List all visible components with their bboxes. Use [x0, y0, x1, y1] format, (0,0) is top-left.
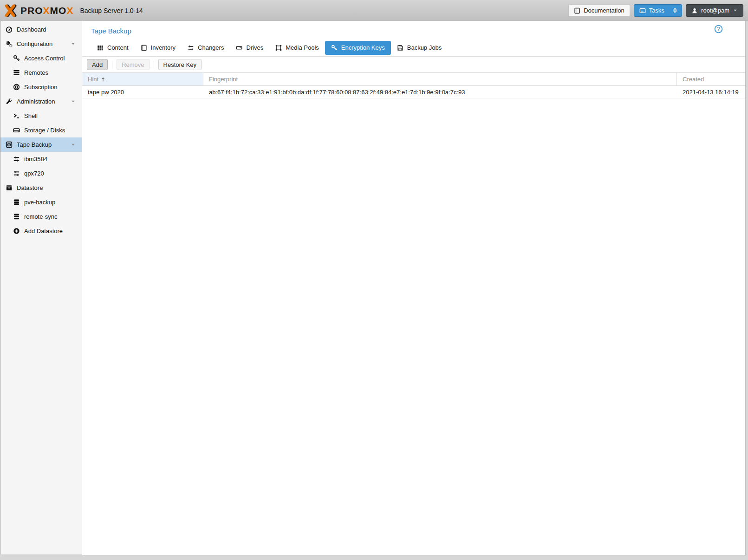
- sidebar-item-storage-disks[interactable]: Storage / Disks: [0, 123, 82, 137]
- wrench-icon: [6, 98, 13, 105]
- page-title-row: Tape Backup ?: [82, 21, 745, 39]
- remove-button[interactable]: Remove: [117, 59, 149, 70]
- chevron-down-icon: [733, 8, 738, 13]
- expander-caret-icon[interactable]: [71, 41, 76, 46]
- encryption-keys-table: HintFingerprintCreated tape pw 2020ab:67…: [82, 72, 745, 98]
- app-header: PROXMOX Backup Server 1.0-14 Documentati…: [0, 0, 748, 21]
- sidebar-item-add-datastore[interactable]: Add Datastore: [0, 224, 82, 238]
- restore-key-button[interactable]: Restore Key: [158, 59, 202, 70]
- terminal-icon: [13, 112, 20, 119]
- sidebar-item-label: Storage / Disks: [24, 127, 65, 134]
- tasks-count-badge: 0: [673, 7, 676, 14]
- product-title: Backup Server 1.0-14: [80, 7, 143, 14]
- add-button[interactable]: Add: [87, 59, 108, 70]
- sidebar-item-remotes[interactable]: Remotes: [0, 65, 82, 80]
- column-header-label: Hint: [88, 76, 98, 83]
- sidebar-item-label: Dashboard: [17, 26, 46, 33]
- table-body: tape pw 2020ab:67:f4:1b:72:ca:33:e1:91:b…: [82, 86, 745, 98]
- help-icon[interactable]: ?: [714, 25, 723, 33]
- toolbar-separator: [112, 61, 112, 69]
- sidebar-item-label: Datastore: [17, 184, 43, 191]
- cell-created: 2021-04-13 16:14:19: [677, 86, 745, 98]
- proxmox-logo-text: PROXMOX: [20, 5, 73, 16]
- exchange-icon: [13, 156, 20, 163]
- proxmox-x-icon: [4, 4, 18, 18]
- column-header-label: Fingerprint: [209, 76, 238, 83]
- sidebar-item-label: pve-backup: [24, 199, 55, 206]
- main-panel: Tape Backup ? ContentInventoryChangersDr…: [82, 21, 746, 555]
- user-icon: [691, 7, 698, 14]
- sidebar-item-access-control[interactable]: Access Control: [0, 51, 82, 65]
- tasks-button[interactable]: Tasks 0: [634, 4, 682, 17]
- tab-inventory[interactable]: Inventory: [135, 41, 182, 55]
- page-title: Tape Backup: [91, 27, 131, 35]
- tab-label: Content: [107, 44, 129, 51]
- user-menu-label: root@pam: [701, 7, 729, 14]
- cell-hint: tape pw 2020: [82, 86, 203, 98]
- sidebar-item-qpx720[interactable]: qpx720: [0, 166, 82, 181]
- gears-icon: [6, 40, 13, 47]
- tab-backup-jobs[interactable]: Backup Jobs: [391, 41, 448, 55]
- sidebar-item-label: remote-sync: [24, 213, 58, 220]
- sidebar-item-pve-backup[interactable]: pve-backup: [0, 195, 82, 209]
- sidebar-item-remote-sync[interactable]: remote-sync: [0, 209, 82, 224]
- tab-changers[interactable]: Changers: [182, 41, 230, 55]
- sidebar-item-label: Administration: [17, 98, 55, 105]
- sidebar-item-label: Access Control: [24, 55, 65, 62]
- sidebar-item-label: Remotes: [24, 69, 48, 76]
- column-header-fingerprint[interactable]: Fingerprint: [203, 73, 677, 85]
- tab-label: Drives: [246, 44, 263, 51]
- sidebar-item-label: Add Datastore: [24, 228, 63, 234]
- lifering-icon: [13, 84, 20, 91]
- tasks-button-label: Tasks: [649, 7, 664, 14]
- tape-icon: [6, 141, 13, 148]
- sidebar-item-label: Subscription: [24, 84, 58, 91]
- sidebar-item-dashboard[interactable]: Dashboard: [0, 22, 82, 37]
- th-icon: [97, 45, 104, 51]
- sidebar-item-ibm3584[interactable]: ibm3584: [0, 152, 82, 166]
- dashboard-icon: [6, 26, 13, 33]
- bars-icon: [13, 69, 20, 76]
- toolbar: AddRemoveRestore Key: [82, 57, 745, 72]
- cell-fingerprint: ab:67:f4:1b:72:ca:33:e1:91:bf:0b:da:df:1…: [203, 86, 677, 98]
- documentation-button[interactable]: Documentation: [568, 4, 630, 17]
- floppy-icon: [397, 45, 403, 51]
- key-icon: [13, 55, 20, 62]
- sidebar-item-shell[interactable]: Shell: [0, 109, 82, 123]
- table-header-row: HintFingerprintCreated: [82, 73, 745, 86]
- object-group-icon: [275, 45, 282, 51]
- user-menu-button[interactable]: root@pam: [686, 4, 743, 17]
- sidebar-item-administration[interactable]: Administration: [0, 94, 82, 109]
- expander-caret-icon[interactable]: [71, 142, 76, 147]
- sidebar-item-label: Shell: [24, 112, 38, 119]
- sidebar-item-tape-backup[interactable]: Tape Backup: [0, 137, 82, 152]
- header-actions: Documentation Tasks 0 root@pam: [568, 4, 743, 17]
- expander-caret-icon[interactable]: [71, 99, 76, 104]
- tab-label: Changers: [198, 44, 224, 51]
- tab-encryption-keys[interactable]: Encryption Keys: [325, 41, 391, 55]
- sidebar-item-datastore[interactable]: Datastore: [0, 181, 82, 195]
- key-icon: [331, 45, 338, 51]
- tab-drives[interactable]: Drives: [230, 41, 269, 55]
- column-header-created[interactable]: Created: [677, 73, 745, 85]
- database-icon: [13, 199, 20, 206]
- column-header-hint[interactable]: Hint: [82, 73, 203, 85]
- column-header-label: Created: [683, 76, 704, 83]
- tasks-icon: [639, 7, 646, 14]
- book-icon: [141, 45, 147, 51]
- tab-media-pools[interactable]: Media Pools: [269, 41, 325, 55]
- tab-label: Inventory: [151, 44, 176, 51]
- book-icon: [574, 7, 580, 14]
- database-icon: [13, 213, 20, 220]
- exchange-icon: [188, 45, 194, 51]
- tab-content[interactable]: Content: [91, 41, 135, 55]
- tab-label: Backup Jobs: [407, 44, 442, 51]
- archive-icon: [6, 184, 13, 191]
- sort-asc-icon: [100, 77, 106, 82]
- sidebar-item-subscription[interactable]: Subscription: [0, 80, 82, 94]
- table-row[interactable]: tape pw 2020ab:67:f4:1b:72:ca:33:e1:91:b…: [82, 86, 745, 98]
- proxmox-logo: PROXMOX: [4, 4, 73, 18]
- plus-circle-icon: [13, 228, 20, 234]
- sidebar-item-configuration[interactable]: Configuration: [0, 37, 82, 51]
- svg-text:?: ?: [717, 26, 720, 32]
